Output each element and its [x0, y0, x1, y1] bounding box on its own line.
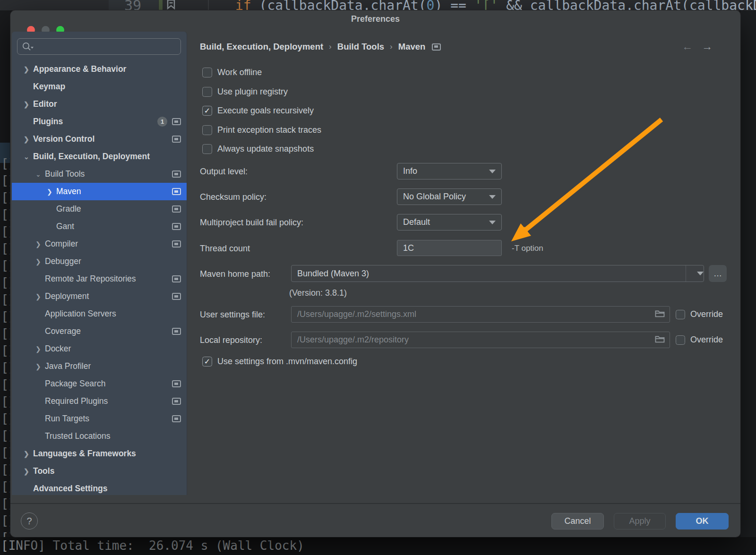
- path-input-local-repository[interactable]: /Users/upagge/.m2/repository: [291, 332, 670, 348]
- sidebar-item-languages-frameworks[interactable]: ❯Languages & Frameworks: [12, 445, 187, 462]
- sidebar-item-debugger[interactable]: ❯Debugger: [12, 253, 187, 270]
- option-checkbox-use-plugin-registry[interactable]: Use plugin registry: [202, 86, 288, 97]
- sidebar-item-application-servers[interactable]: Application Servers: [12, 305, 187, 323]
- sidebar-item-tools[interactable]: ❯Tools: [12, 462, 187, 480]
- option-checkbox-work-offline[interactable]: Work offline: [202, 67, 262, 78]
- chevron-right-icon[interactable]: ❯: [24, 450, 33, 458]
- sidebar-item-trusted-locations[interactable]: Trusted Locations: [12, 427, 187, 445]
- chevron-right-icon[interactable]: ❯: [35, 240, 45, 248]
- chevron-right-icon[interactable]: ❯: [35, 293, 45, 300]
- sidebar-item-label: Java Profiler: [45, 361, 91, 371]
- sidebar-item-appearance-behavior[interactable]: ❯Appearance & Behavior: [12, 60, 187, 78]
- sidebar-item-required-plugins[interactable]: Required Plugins: [12, 393, 187, 410]
- override-checkbox-row[interactable]: Override: [676, 335, 723, 345]
- sidebar-item-gant[interactable]: Gant: [12, 218, 187, 235]
- sidebar-item-keymap[interactable]: Keymap: [12, 78, 187, 95]
- checkbox-unchecked-icon[interactable]: [202, 68, 212, 77]
- nav-back-arrow[interactable]: ←: [682, 40, 693, 53]
- checkbox-unchecked-icon[interactable]: [676, 310, 685, 319]
- chevron-right-icon[interactable]: ❯: [24, 136, 33, 143]
- help-button[interactable]: ?: [21, 512, 38, 529]
- sidebar-item-label: Build Tools: [45, 169, 85, 179]
- settings-tree: ❯Appearance & BehaviorKeymap❯EditorPlugi…: [12, 60, 187, 495]
- maven-home-select[interactable]: Bundled (Maven 3): [291, 265, 704, 282]
- sidebar-item-maven[interactable]: ❯Maven: [12, 183, 187, 200]
- modified-settings-icon: [172, 240, 181, 248]
- select-checksum-policy[interactable]: No Global Policy: [397, 188, 502, 205]
- console-bracket: []: [1, 326, 10, 341]
- sidebar-item-package-search[interactable]: Package Search: [12, 375, 187, 393]
- sidebar-item-java-profiler[interactable]: ❯Java Profiler: [12, 358, 187, 375]
- sidebar-item-label: Compiler: [45, 239, 78, 249]
- thread-count-input[interactable]: 1C: [397, 240, 502, 256]
- sidebar-item-editor[interactable]: ❯Editor: [12, 95, 187, 113]
- console-bracket: []: [1, 224, 10, 239]
- override-checkbox-row[interactable]: Override: [676, 309, 723, 319]
- sidebar-item-label: Application Servers: [45, 309, 116, 319]
- sidebar-item-plugins[interactable]: Plugins1: [12, 113, 187, 130]
- chevron-down-icon[interactable]: ⌄: [24, 153, 33, 161]
- chevron-right-icon[interactable]: ❯: [24, 101, 33, 108]
- chevron-right-icon[interactable]: ❯: [24, 66, 33, 73]
- checkbox-unchecked-icon[interactable]: [202, 125, 212, 135]
- chevron-right-icon[interactable]: ❯: [35, 345, 45, 353]
- modified-settings-icon: [172, 171, 181, 178]
- sidebar-item-docker[interactable]: ❯Docker: [12, 340, 187, 358]
- option-checkbox-always-update-snapshots[interactable]: Always update snapshots: [202, 143, 314, 154]
- console-bracket: []: [1, 513, 10, 528]
- sidebar-item-version-control[interactable]: ❯Version Control: [12, 130, 187, 148]
- cancel-button[interactable]: Cancel: [551, 513, 604, 529]
- option-checkbox-print-exception-stack-traces[interactable]: Print exception stack traces: [202, 124, 321, 136]
- use-settings-checkbox[interactable]: ✓ Use settings from .mvn/maven.config: [202, 356, 357, 367]
- chevron-right-icon[interactable]: ❯: [24, 468, 33, 475]
- nav-forward-arrow[interactable]: →: [702, 40, 713, 53]
- ok-button[interactable]: OK: [676, 513, 729, 529]
- checkbox-unchecked-icon[interactable]: [676, 335, 685, 345]
- sidebar-item-coverage[interactable]: Coverage: [12, 323, 187, 340]
- sidebar-item-label: Gant: [56, 222, 74, 231]
- modified-settings-icon: [172, 415, 181, 422]
- chevron-right-icon[interactable]: ❯: [35, 258, 45, 265]
- select-multiproject-build-fail-policy[interactable]: Default: [397, 214, 502, 231]
- folder-icon[interactable]: [655, 309, 665, 320]
- sidebar-item-remote-jar-repositories[interactable]: Remote Jar Repositories: [12, 270, 187, 288]
- sidebar-item-build-execution-deployment[interactable]: ⌄Build, Execution, Deployment: [12, 148, 187, 165]
- chevron-down-icon: [489, 170, 496, 173]
- override-label: Override: [690, 335, 723, 345]
- option-checkbox-execute-goals-recursively[interactable]: ✓Execute goals recursively: [202, 105, 314, 116]
- checkbox-label: Use plugin registry: [217, 87, 288, 97]
- checkbox-checked-icon[interactable]: ✓: [202, 357, 212, 367]
- sidebar-item-run-targets[interactable]: Run Targets: [12, 410, 187, 427]
- sidebar-item-label: Deployment: [45, 291, 89, 301]
- screen: 39 if (callbackData.charAt(0) == '[' && …: [0, 0, 756, 555]
- browse-more-button[interactable]: …: [709, 265, 727, 282]
- console-bracket: []: [1, 207, 10, 222]
- checkbox-unchecked-icon[interactable]: [202, 87, 212, 97]
- settings-sidebar: ❯Appearance & BehaviorKeymap❯EditorPlugi…: [12, 32, 187, 495]
- breadcrumb-item[interactable]: Build Tools: [337, 42, 384, 52]
- sidebar-item-deployment[interactable]: ❯Deployment: [12, 288, 187, 305]
- breadcrumb-item[interactable]: Build, Execution, Deployment: [200, 42, 323, 52]
- sidebar-item-gradle[interactable]: Gradle: [12, 200, 187, 218]
- select-value: Default: [403, 217, 430, 227]
- console-bracket: []: [1, 445, 10, 460]
- sidebar-item-build-tools[interactable]: ⌄Build Tools: [12, 165, 187, 183]
- chevron-down-icon[interactable]: [686, 265, 704, 282]
- modified-settings-icon: [172, 398, 181, 405]
- checkbox-unchecked-icon[interactable]: [202, 144, 212, 154]
- sidebar-item-advanced-settings[interactable]: Advanced Settings: [12, 480, 187, 495]
- sidebar-item-compiler[interactable]: ❯Compiler: [12, 235, 187, 253]
- apply-button[interactable]: Apply: [614, 513, 666, 529]
- breadcrumb-item[interactable]: Maven: [398, 42, 426, 52]
- folder-icon[interactable]: [655, 335, 665, 345]
- settings-search-input[interactable]: [17, 38, 181, 55]
- path-input-user-settings-file[interactable]: /Users/upagge/.m2/settings.xml: [291, 306, 670, 323]
- select-output-level[interactable]: Info: [397, 163, 502, 179]
- chevron-down-icon[interactable]: ⌄: [35, 171, 45, 178]
- chevron-right-icon[interactable]: ❯: [35, 363, 45, 370]
- console-bracket: []: [1, 394, 10, 409]
- checkbox-checked-icon[interactable]: ✓: [202, 106, 212, 116]
- override-label: Override: [690, 309, 723, 319]
- chevron-right-icon[interactable]: ❯: [47, 188, 56, 196]
- use-settings-label: Use settings from .mvn/maven.config: [217, 357, 357, 367]
